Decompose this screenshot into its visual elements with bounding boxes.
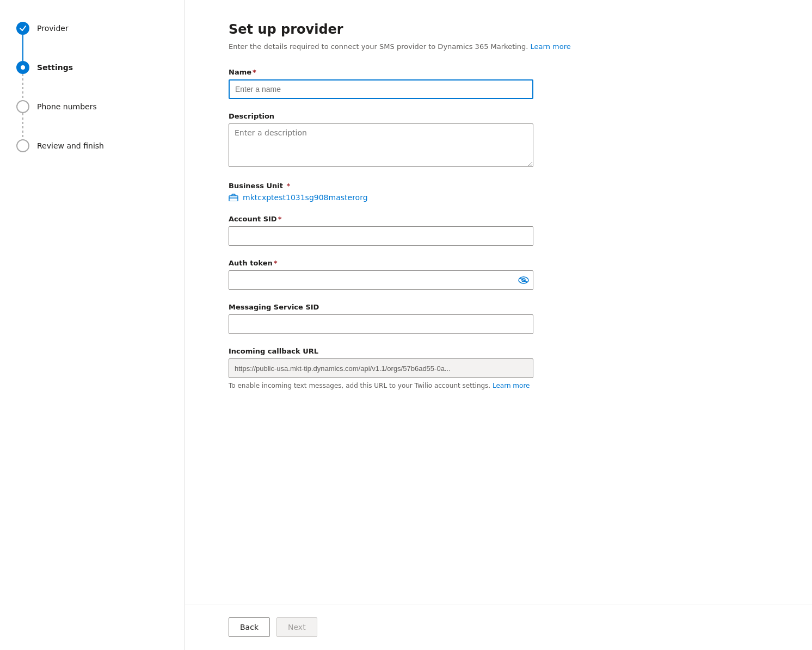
callback-hint: To enable incoming text messages, add th… xyxy=(229,381,533,391)
messaging-sid-field-group: Messaging Service SID xyxy=(229,303,768,334)
auth-token-input-wrapper xyxy=(229,270,533,290)
connector-1 xyxy=(22,35,23,61)
business-unit-required-star: * xyxy=(284,182,290,190)
description-label: Description xyxy=(229,112,768,120)
business-unit-value[interactable]: mktcxptest1031sg908masterorg xyxy=(229,193,768,202)
step-provider[interactable]: Provider xyxy=(16,22,168,35)
step-settings[interactable]: Settings xyxy=(16,61,168,74)
footer: Back Next xyxy=(185,604,812,650)
messaging-sid-label: Messaging Service SID xyxy=(229,303,768,311)
auth-token-field-group: Auth token* xyxy=(229,259,768,290)
auth-token-input[interactable] xyxy=(229,270,533,290)
page-title: Set up provider xyxy=(229,22,768,37)
step-label-settings: Settings xyxy=(37,63,73,72)
content-area: Set up provider Enter the details requir… xyxy=(185,0,812,604)
learn-more-link-top[interactable]: Learn more xyxy=(531,42,571,51)
auth-token-required-star: * xyxy=(274,259,278,267)
step-phone-numbers[interactable]: Phone numbers xyxy=(16,100,168,113)
learn-more-link-callback[interactable]: Learn more xyxy=(493,382,530,389)
business-unit-field-group: Business Unit * mktcxptest1031sg908maste… xyxy=(229,182,768,202)
callback-url-label: Incoming callback URL xyxy=(229,347,768,355)
main-panel: Set up provider Enter the details requir… xyxy=(185,0,812,650)
next-button[interactable]: Next xyxy=(276,617,317,637)
business-unit-text: mktcxptest1031sg908masterorg xyxy=(243,193,368,202)
callback-url-input xyxy=(229,358,533,378)
svg-rect-1 xyxy=(229,196,238,201)
step-circle-provider xyxy=(16,22,29,35)
name-input[interactable] xyxy=(229,79,533,99)
connector-2 xyxy=(22,74,23,100)
page-subtitle-text: Enter the details required to connect yo… xyxy=(229,42,531,51)
account-sid-field-group: Account SID* xyxy=(229,215,768,246)
briefcase-icon xyxy=(229,194,238,201)
step-label-phone-numbers: Phone numbers xyxy=(37,102,97,111)
name-field-group: Name* xyxy=(229,68,768,99)
messaging-sid-input[interactable] xyxy=(229,314,533,334)
connector-3 xyxy=(22,113,23,139)
description-textarea[interactable] xyxy=(229,123,533,167)
business-unit-label: Business Unit * xyxy=(229,182,768,190)
step-circle-phone-numbers xyxy=(16,100,29,113)
step-review-finish[interactable]: Review and finish xyxy=(16,139,168,152)
callback-hint-text: To enable incoming text messages, add th… xyxy=(229,382,490,389)
account-sid-label: Account SID* xyxy=(229,215,768,223)
auth-token-label: Auth token* xyxy=(229,259,768,267)
step-circle-review-finish xyxy=(16,139,29,152)
page-subtitle: Enter the details required to connect yo… xyxy=(229,42,768,51)
account-sid-input[interactable] xyxy=(229,226,533,246)
callback-url-field-group: Incoming callback URL To enable incoming… xyxy=(229,347,768,391)
step-label-provider: Provider xyxy=(37,24,69,33)
name-required-star: * xyxy=(253,68,256,76)
back-button[interactable]: Back xyxy=(229,617,270,637)
toggle-password-visibility-button[interactable] xyxy=(518,276,529,284)
eye-icon xyxy=(518,276,529,284)
description-field-group: Description xyxy=(229,112,768,169)
sidebar: Provider Settings Phone numbers Review a… xyxy=(0,0,185,650)
svg-point-0 xyxy=(21,65,25,70)
step-label-review-finish: Review and finish xyxy=(37,141,104,150)
account-sid-required-star: * xyxy=(278,215,282,223)
name-label: Name* xyxy=(229,68,768,76)
step-circle-settings xyxy=(16,61,29,74)
